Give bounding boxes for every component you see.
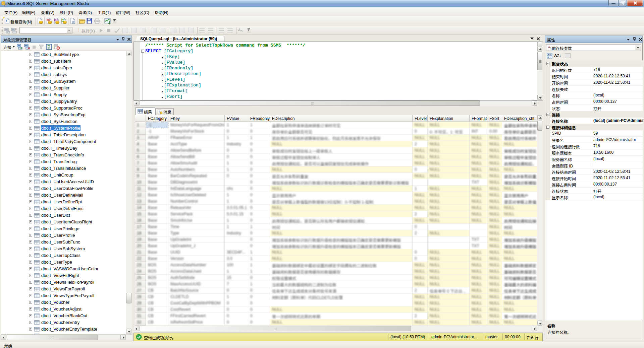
svg-text:DMX: DMX	[54, 19, 58, 21]
svg-text:LA: LA	[61, 20, 64, 22]
svg-text:MDX: MDX	[47, 19, 50, 21]
